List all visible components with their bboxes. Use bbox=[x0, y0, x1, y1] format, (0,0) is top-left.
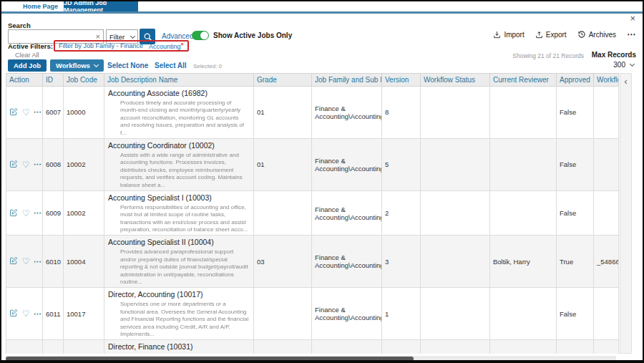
column-header[interactable]: Action bbox=[6, 74, 43, 87]
column-header[interactable]: Version bbox=[382, 74, 421, 87]
table-row[interactable]: ♡ ⋯ 6010 10004 Accounting Specialist II … bbox=[6, 236, 619, 288]
job-code-cell: 10004 bbox=[64, 236, 104, 288]
table-row[interactable]: ♡ ⋯ 6018 10031 Director, Finance (10031)… bbox=[6, 340, 619, 354]
favorite-heart-icon[interactable]: ♡ bbox=[22, 208, 30, 218]
column-header[interactable]: Workflow Pri bbox=[594, 74, 619, 87]
favorite-heart-icon[interactable]: ♡ bbox=[22, 160, 30, 170]
remove-filter-icon[interactable]: × bbox=[181, 42, 184, 47]
id-cell: 6008 bbox=[43, 138, 64, 190]
workflows-label: Workflows bbox=[56, 62, 90, 69]
job-title[interactable]: Director, Accounting (10017) bbox=[108, 290, 250, 299]
job-title[interactable]: Accounting Specialist II (10004) bbox=[108, 238, 250, 246]
collapsed-side-panel[interactable]: ‹ bbox=[620, 73, 632, 354]
table-row[interactable]: ♡ ⋯ 6009 10002 Accounting Specialist I (… bbox=[6, 190, 619, 236]
workflows-dropdown-button[interactable]: Workflows bbox=[50, 59, 104, 72]
column-header[interactable]: Job Description Name bbox=[104, 74, 254, 87]
column-header[interactable]: Current Reviewer bbox=[490, 74, 557, 87]
approved-cell: False bbox=[557, 288, 594, 340]
job-family-cell: Finance & Accounting\Financial Managemen… bbox=[312, 340, 382, 354]
current-reviewer-cell: Boltik, Harry bbox=[490, 236, 557, 288]
version-cell: 5 bbox=[382, 138, 421, 190]
column-header[interactable]: ID bbox=[43, 74, 64, 87]
edit-icon[interactable] bbox=[9, 107, 18, 117]
edit-icon[interactable] bbox=[9, 309, 18, 319]
table-row[interactable]: ♡ ⋯ 6007 10000 Accounting Associate (169… bbox=[6, 87, 619, 139]
search-field[interactable] bbox=[9, 33, 93, 41]
archives-button[interactable]: Archives bbox=[577, 30, 616, 39]
scrollbar-thumb[interactable] bbox=[6, 357, 414, 361]
favorite-heart-icon[interactable]: ♡ bbox=[22, 309, 30, 319]
column-header[interactable]: Job Family and Sub Family bbox=[312, 74, 382, 87]
job-family-cell: Finance & Accounting\Accounting bbox=[312, 138, 382, 190]
tab-jd-admin-job-management[interactable]: JD Admin Job Management bbox=[64, 1, 138, 11]
job-code-cell: 10017 bbox=[64, 288, 104, 340]
job-title[interactable]: Director, Finance (10031) bbox=[108, 342, 250, 351]
job-family-cell: Finance & Accounting\Accounting bbox=[312, 190, 382, 236]
row-more-icon[interactable]: ⋯ bbox=[34, 107, 42, 117]
column-header[interactable]: Grade bbox=[254, 74, 312, 87]
more-options-icon[interactable]: ⋯ bbox=[627, 29, 636, 39]
workflow-pri-cell: _5486600 bbox=[594, 236, 619, 288]
row-more-icon[interactable]: ⋯ bbox=[34, 257, 42, 266]
add-job-button[interactable]: Add Job bbox=[8, 59, 47, 72]
id-cell: 6011 bbox=[43, 288, 64, 340]
max-records-label: Max Records bbox=[592, 51, 636, 59]
advanced-link[interactable]: Advanced bbox=[162, 32, 193, 40]
workflow-pri-cell bbox=[594, 340, 619, 354]
job-code-cell: 10002 bbox=[64, 190, 104, 236]
tab-home-page[interactable]: Home Page bbox=[17, 1, 64, 11]
row-more-icon[interactable]: ⋯ bbox=[34, 160, 42, 169]
table-row[interactable]: ♡ ⋯ 6011 10017 Director, Accounting (100… bbox=[6, 288, 619, 340]
job-title[interactable]: Accounting Coordinator (10002) bbox=[108, 141, 250, 150]
action-cell: ♡ ⋯ bbox=[6, 87, 43, 139]
job-description-text: Provides advanced paraprofessional suppo… bbox=[107, 248, 250, 286]
table-row[interactable]: ♡ ⋯ 6008 10002 Accounting Coordinator (1… bbox=[6, 138, 619, 190]
edit-icon[interactable] bbox=[9, 208, 18, 218]
job-description-cell: Director, Finance (10031) Oversees finan… bbox=[104, 340, 254, 354]
search-label: Search bbox=[8, 21, 31, 29]
collapse-panel-icon[interactable]: ‹ bbox=[620, 77, 631, 87]
job-description-cell: Accounting Associate (16982) Produces ti… bbox=[104, 87, 254, 139]
approved-cell: False bbox=[557, 340, 594, 354]
select-all-link[interactable]: Select All bbox=[155, 62, 187, 69]
job-title[interactable]: Accounting Specialist I (10003) bbox=[108, 193, 250, 202]
chip-label: Accounting bbox=[149, 43, 181, 50]
version-cell: 2 bbox=[382, 190, 421, 236]
workflow-pri-cell bbox=[594, 87, 619, 139]
grade-cell bbox=[254, 288, 312, 340]
export-icon bbox=[535, 31, 543, 39]
row-more-icon[interactable]: ⋯ bbox=[34, 309, 42, 319]
workflow-status-cell bbox=[421, 288, 490, 340]
active-filter-chip-accounting[interactable]: Accounting× bbox=[149, 42, 184, 50]
import-button[interactable]: Import bbox=[493, 31, 524, 39]
column-header[interactable]: Approved bbox=[557, 74, 594, 87]
horizontal-scrollbar[interactable] bbox=[6, 356, 616, 361]
close-icon[interactable]: × bbox=[630, 14, 635, 23]
grade-cell: 03 bbox=[254, 236, 312, 288]
max-records-dropdown[interactable]: 300 bbox=[613, 61, 634, 69]
favorite-heart-icon[interactable]: ♡ bbox=[22, 256, 30, 266]
grade-cell bbox=[254, 190, 312, 236]
workflow-pri-cell bbox=[594, 288, 619, 340]
edit-icon[interactable] bbox=[9, 160, 18, 170]
current-reviewer-cell bbox=[490, 288, 557, 340]
active-jobs-toggle[interactable] bbox=[192, 31, 209, 40]
edit-icon[interactable] bbox=[9, 256, 18, 266]
job-title[interactable]: Accounting Associate (16982) bbox=[108, 89, 250, 97]
archives-label: Archives bbox=[589, 31, 616, 39]
export-button[interactable]: Export bbox=[535, 31, 567, 39]
select-none-link[interactable]: Select None bbox=[107, 62, 148, 69]
active-filters-label: Active Filters: bbox=[8, 42, 53, 50]
workflow-status-cell bbox=[421, 236, 490, 288]
top-actions: Import Export Archives ⋯ bbox=[493, 29, 636, 39]
id-cell: 6009 bbox=[43, 190, 64, 236]
id-cell: 6007 bbox=[43, 87, 64, 139]
column-header[interactable]: Job Code bbox=[64, 74, 104, 87]
export-label: Export bbox=[546, 31, 567, 39]
favorite-heart-icon[interactable]: ♡ bbox=[22, 107, 30, 117]
action-cell: ♡ ⋯ bbox=[6, 340, 43, 354]
clear-all-link[interactable]: Clear All bbox=[15, 52, 39, 59]
row-more-icon[interactable]: ⋯ bbox=[34, 208, 42, 218]
column-header[interactable]: Workflow Status bbox=[421, 74, 490, 87]
version-cell: 3 bbox=[382, 340, 421, 354]
